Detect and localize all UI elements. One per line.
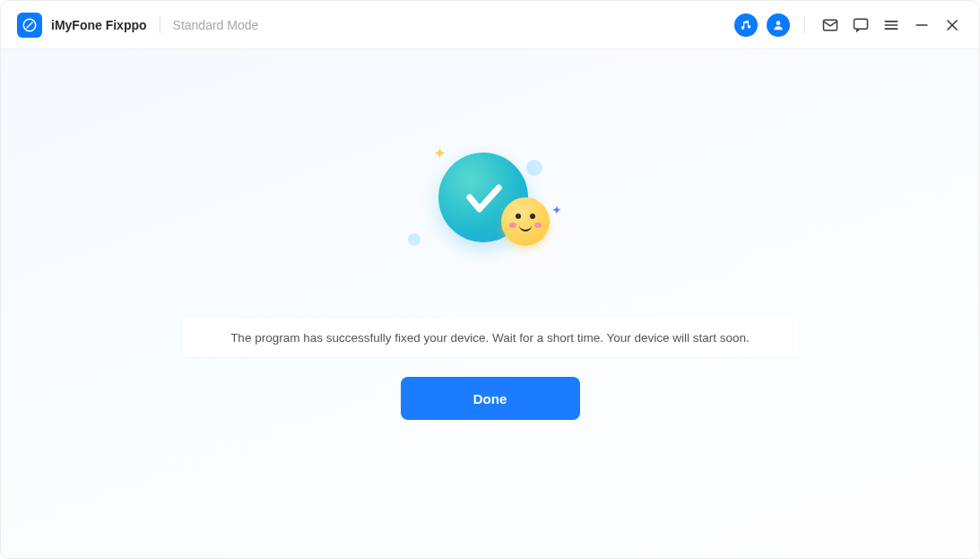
close-button[interactable]: [941, 14, 963, 36]
divider: [160, 17, 160, 33]
smiley-icon: [501, 197, 550, 246]
sparkle-icon: ✦: [551, 203, 562, 217]
mail-button[interactable]: [820, 14, 841, 36]
mode-label: Standard Mode: [173, 18, 259, 32]
divider: [804, 17, 805, 33]
bubble-icon: [526, 160, 542, 176]
sparkle-icon: ✦: [433, 144, 447, 163]
app-title: iMyFone Fixppo: [51, 18, 147, 32]
feedback-button[interactable]: [850, 14, 872, 36]
minimize-button[interactable]: [911, 14, 932, 36]
menu-button[interactable]: [880, 14, 902, 36]
main-content: ✦ ✦ The program has successfully fixed y…: [1, 49, 979, 558]
done-button[interactable]: Done: [401, 377, 580, 420]
status-message-box: The program has successfully fixed your …: [183, 319, 798, 357]
svg-rect-4: [854, 19, 868, 29]
app-logo-icon: [17, 13, 42, 38]
bubble-icon: [408, 233, 421, 246]
account-button[interactable]: [767, 13, 790, 37]
svg-point-2: [776, 21, 781, 25]
music-button[interactable]: [734, 13, 758, 37]
success-illustration: ✦ ✦: [401, 144, 580, 269]
titlebar-actions: [734, 13, 963, 37]
svg-line-1: [27, 22, 32, 28]
status-message: The program has successfully fixed your …: [201, 331, 780, 345]
app-window: iMyFone Fixppo Standard Mode: [0, 0, 980, 559]
titlebar: iMyFone Fixppo Standard Mode: [1, 1, 979, 49]
